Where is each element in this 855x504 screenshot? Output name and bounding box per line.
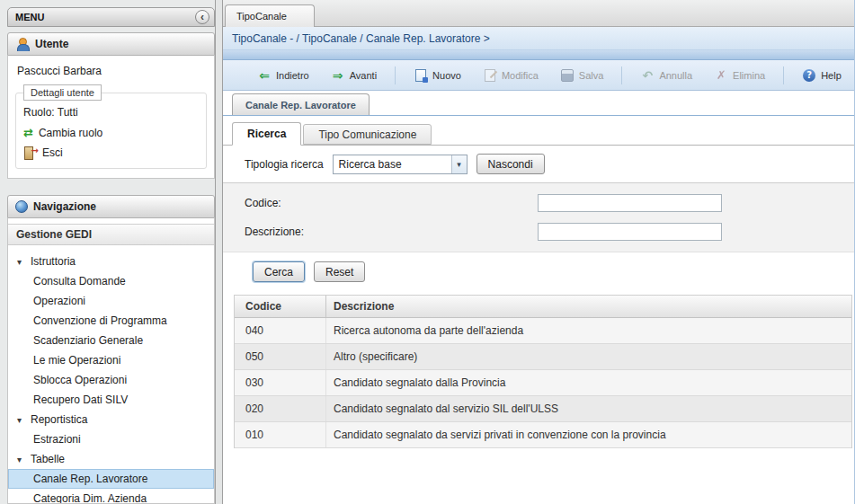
cell-descrizione: Altro (specificare)	[326, 344, 851, 369]
app-root: MENU ‹ Utente Pascucci Barbara Dettagli …	[0, 0, 855, 504]
toolbar-button-elimina[interactable]: Elimina	[707, 66, 772, 85]
tree-item-label: Tabelle	[31, 453, 65, 465]
change-role-item[interactable]: ⇄ Cambia ruolo	[22, 122, 200, 143]
toolbar-separator	[783, 66, 784, 84]
cell-descrizione: Candidato segnalato dalla Provincia	[326, 370, 851, 395]
user-section-header[interactable]: Utente	[7, 32, 215, 56]
tree-item-operazioni[interactable]: Operazioni	[8, 291, 214, 311]
navigation-body: Gestione GEDI ▾IstruttoriaConsulta Doman…	[7, 218, 215, 504]
toolbar-button-label: Avanti	[350, 70, 377, 81]
reset-button[interactable]: Reset	[314, 261, 365, 282]
tree-item-categoria-dim-azienda[interactable]: Categoria Dim. Azienda	[8, 489, 214, 504]
exit-door-icon	[23, 146, 37, 159]
tree-header: Gestione GEDI	[8, 224, 214, 245]
toolbar-button-avanti[interactable]: Avanti	[324, 66, 384, 85]
header-band	[223, 49, 854, 60]
column-header-codice[interactable]: Codice	[235, 296, 326, 317]
grid-header: Codice Descrizione	[235, 296, 851, 318]
chevron-down-icon: ▾	[451, 155, 467, 173]
tree-item-label: Sblocca Operazioni	[33, 374, 127, 386]
tree-item-sblocca-operazioni[interactable]: Sblocca Operazioni	[8, 370, 214, 390]
edit-icon	[483, 68, 497, 83]
menu-panel-header: MENU ‹	[7, 7, 215, 27]
search-fields: Codice: Descrizione:	[223, 183, 854, 252]
tree-item-label: Canale Rep. Lavoratore	[33, 473, 147, 485]
grid-row-010[interactable]: 010Candidato segnalato da servizi privat…	[235, 422, 851, 448]
sidebar-splitter[interactable]	[216, 0, 222, 504]
navigation-panel: Navigazione Gestione GEDI ▾IstruttoriaCo…	[7, 195, 215, 504]
cell-codice: 050	[235, 344, 326, 369]
toolbar: IndietroAvantiNuovoModificaSalvaAnnullaE…	[223, 60, 854, 91]
toolbar-button-indietro[interactable]: Indietro	[250, 66, 316, 85]
toolbar-separator	[395, 66, 396, 84]
grid-row-050[interactable]: 050Altro (specificare)	[235, 344, 851, 370]
codice-input[interactable]	[538, 194, 722, 212]
toolbar-button-nuovo[interactable]: Nuovo	[406, 66, 468, 85]
subtab-strip: RicercaTipo Comunicazione	[223, 121, 854, 146]
user-name: Pascucci Barbara	[8, 61, 214, 84]
tree-item-label: Istruttoria	[31, 255, 76, 268]
tree-item-scadenziario-generale[interactable]: Scadenziario Generale	[8, 331, 214, 350]
tree-item-convenzione-di-programma[interactable]: Convenzione di Programma	[8, 311, 214, 331]
tree-item-estrazioni[interactable]: Estrazioni	[8, 429, 214, 449]
subtab-tipo-comunicazione[interactable]: Tipo Comunicazione	[303, 124, 432, 145]
cell-codice: 040	[235, 318, 326, 343]
navigation-section-header[interactable]: Navigazione	[7, 195, 215, 218]
user-details-fieldset: Dettagli utente Ruolo: Tutti ⇄ Cambia ru…	[15, 84, 207, 169]
column-header-descrizione[interactable]: Descrizione	[326, 296, 851, 317]
search-actions: Cerca Reset	[223, 252, 854, 282]
tree-item-label: Operazioni	[33, 295, 85, 307]
search-button[interactable]: Cerca	[253, 261, 305, 282]
user-panel-body: Pascucci Barbara Dettagli utente Ruolo: …	[7, 56, 215, 179]
descrizione-input[interactable]	[538, 223, 722, 241]
user-role-text: Ruolo: Tutti	[22, 102, 200, 122]
toolbar-button-annulla[interactable]: Annulla	[633, 66, 699, 85]
tree-item-recupero-dati-silv[interactable]: Recupero Dati SILV	[8, 390, 214, 410]
help-icon	[802, 68, 816, 83]
codice-field-row: Codice:	[223, 189, 854, 217]
toolbar-button-salva[interactable]: Salva	[553, 66, 611, 85]
tree-item-reportistica[interactable]: ▾Reportistica	[8, 410, 214, 429]
descrizione-field-row: Descrizione:	[223, 217, 854, 246]
expand-collapse-icon[interactable]: ▾	[17, 415, 26, 425]
logout-item[interactable]: Esci	[22, 143, 200, 163]
collapse-sidebar-button[interactable]: ‹	[195, 10, 209, 24]
subtab-ricerca[interactable]: Ricerca	[232, 122, 301, 146]
tree-item-label: Recupero Dati SILV	[33, 393, 128, 406]
cell-descrizione: Candidato segnalato dal servizio SIL del…	[326, 396, 851, 421]
cell-descrizione: Candidato segnalato da servizi privati i…	[326, 422, 851, 447]
hide-button[interactable]: Nascondi	[476, 154, 545, 174]
cell-descrizione: Ricerca autonoma da parte dell'azienda	[326, 318, 851, 343]
tree-item-label: Categoria Dim. Azienda	[33, 492, 147, 504]
tree-item-consulta-domande[interactable]: Consulta Domande	[8, 271, 214, 291]
toolbar-button-help[interactable]: Help	[795, 66, 849, 85]
window-tab-tipocanale[interactable]: TipoCanale	[225, 4, 315, 27]
tree-item-tabelle[interactable]: ▾Tabelle	[8, 449, 214, 469]
toolbar-button-label: Indietro	[276, 70, 309, 81]
tree-item-label: Estrazioni	[33, 433, 81, 446]
expand-collapse-icon[interactable]: ▾	[17, 257, 26, 267]
search-type-select[interactable]: Ricerca base ▾	[333, 155, 468, 174]
grid-body: 040Ricerca autonoma da parte dell'aziend…	[235, 318, 851, 448]
search-type-label: Tipologia ricerca	[245, 158, 324, 171]
toolbar-button-label: Annulla	[659, 70, 692, 81]
logout-label: Esci	[42, 146, 63, 159]
codice-label: Codice:	[245, 197, 538, 209]
tree-item-le-mie-operazioni[interactable]: Le mie Operazioni	[8, 350, 214, 370]
page-tab-canale-rep-lavoratore[interactable]: Canale Rep. Lavoratore	[232, 93, 370, 115]
toolbar-button-modifica[interactable]: Modifica	[476, 66, 546, 85]
delete-icon	[714, 68, 728, 83]
grid-row-040[interactable]: 040Ricerca autonoma da parte dell'aziend…	[235, 318, 851, 344]
cell-codice: 010	[235, 422, 326, 447]
grid-row-030[interactable]: 030Candidato segnalato dalla Provincia	[235, 370, 851, 396]
grid-row-020[interactable]: 020Candidato segnalato dal servizio SIL …	[235, 396, 851, 422]
change-role-label: Cambia ruolo	[39, 127, 102, 139]
results-grid: Codice Descrizione 040Ricerca autonoma d…	[234, 295, 852, 448]
tree-item-label: Convenzione di Programma	[33, 314, 167, 327]
user-panel: Utente Pascucci Barbara Dettagli utente …	[7, 32, 215, 179]
toolbar-button-label: Salva	[579, 70, 604, 81]
tree-item-canale-rep-lavoratore[interactable]: Canale Rep. Lavoratore	[8, 469, 214, 489]
tree-item-istruttoria[interactable]: ▾Istruttoria	[8, 252, 214, 271]
expand-collapse-icon[interactable]: ▾	[17, 455, 26, 464]
tree-item-label: Le mie Operazioni	[33, 354, 120, 367]
